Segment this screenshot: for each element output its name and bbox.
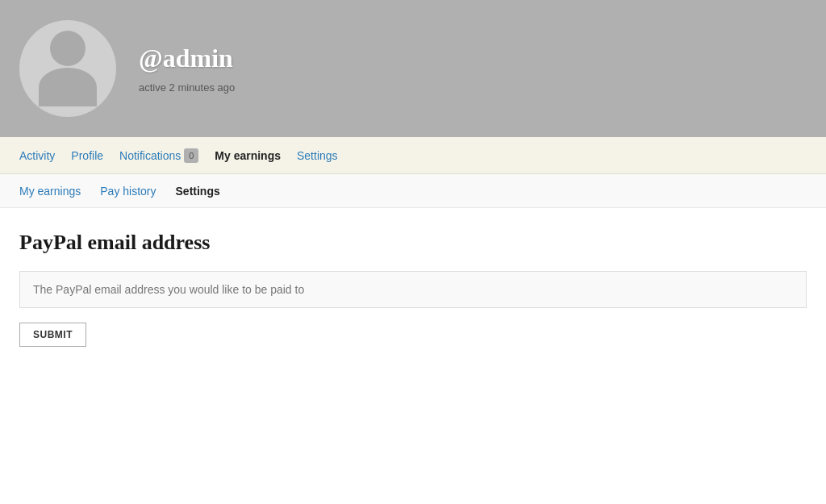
subnav-item-pay-history[interactable]: Pay history xyxy=(100,177,156,206)
section-title: PayPal email address xyxy=(19,231,807,255)
nav-item-my-earnings[interactable]: My earnings xyxy=(215,140,281,172)
profile-username: @admin xyxy=(139,44,235,73)
profile-banner: @admin active 2 minutes ago xyxy=(0,0,826,137)
notification-badge: 0 xyxy=(184,148,198,163)
avatar-body xyxy=(39,68,97,106)
subnav-item-my-earnings[interactable]: My earnings xyxy=(19,177,81,206)
avatar-head xyxy=(50,31,86,66)
profile-active-status: active 2 minutes ago xyxy=(139,81,235,94)
nav-item-settings[interactable]: Settings xyxy=(297,140,338,172)
profile-info: @admin active 2 minutes ago xyxy=(139,44,235,94)
primary-nav: Activity Profile Notifications 0 My earn… xyxy=(0,137,826,174)
nav-item-profile[interactable]: Profile xyxy=(71,140,103,172)
avatar-figure xyxy=(39,31,97,106)
submit-button[interactable]: SUBMIT xyxy=(19,323,86,347)
main-content: PayPal email address SUBMIT xyxy=(0,208,826,369)
nav-item-activity[interactable]: Activity xyxy=(19,140,55,172)
subnav-item-settings[interactable]: Settings xyxy=(176,177,220,206)
secondary-nav: My earnings Pay history Settings xyxy=(0,174,826,208)
nav-item-notifications[interactable]: Notifications 0 xyxy=(119,139,198,173)
paypal-email-input[interactable] xyxy=(19,271,807,308)
avatar xyxy=(19,20,116,117)
